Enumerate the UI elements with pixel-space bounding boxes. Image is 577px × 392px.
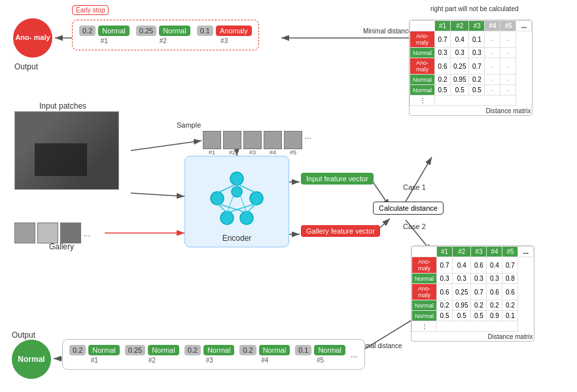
gallery-patch-2 [37, 223, 58, 243]
distance-matrix-bottom: #1 #2 #3 #4 #5 ... Ano-maly 0.70.40.6 0.… [411, 245, 534, 342]
gallery-patch-3 [60, 223, 81, 243]
row-label-2: Normal [410, 48, 435, 58]
anomaly-circle-text: Ano- maly [15, 33, 50, 42]
header-4: #4 [485, 21, 500, 31]
gallery-label: Gallery [49, 242, 74, 251]
input-image [14, 111, 119, 190]
sample-label: Sample [177, 121, 201, 129]
b-seq-item-1: 0.2 Normal #1 [69, 345, 120, 364]
distance-matrix-bottom-label: Distance matrix [411, 332, 534, 341]
minimal-distance-label-top: Minimal distance [363, 27, 411, 35]
normal-circle-text: Normal [18, 355, 44, 364]
gallery-patches: ... [14, 223, 90, 243]
b-seq-item-2: 0.25 Normal #2 [125, 345, 179, 364]
b-num-4: #4 [261, 357, 268, 364]
gallery-dots: ... [83, 228, 90, 238]
b-matrix-row-2: Normal 0.30.30.3 0.30.8 [412, 274, 534, 284]
gallery-feature-vector-label: Gallery feature vector [301, 225, 380, 237]
b-row-label-2: Normal [412, 274, 437, 284]
matrix-row-2: Normal 0.30.30.3 -- [410, 48, 532, 58]
val-3: 0.1 [197, 26, 213, 36]
bottom-seq-dots: ... [351, 349, 358, 359]
sample-num-3: #3 [249, 149, 256, 156]
matrix-dots-row: ⋮ [410, 96, 532, 106]
svg-line-15 [131, 141, 201, 151]
encoder-network [184, 156, 289, 241]
dark-rect [35, 143, 87, 176]
b-num-1: #1 [91, 357, 98, 364]
matrix-row-4: Normal 0.20.950.2 -- [410, 75, 532, 85]
b-num-3: #3 [205, 357, 213, 364]
b-num-2: #2 [149, 357, 156, 364]
header-2: #2 [451, 21, 469, 31]
b-header-dots: ... [518, 247, 534, 257]
b-seq-item-5: 0.1 Normal #5 [295, 345, 345, 364]
seq-item-1: 0.2 Normal #1 [79, 26, 130, 45]
svg-point-22 [240, 211, 253, 224]
right-will-not-label: right part will not be calculated [430, 5, 519, 12]
seq-item-3: 0.1 Anomaly #3 [197, 26, 252, 45]
main-diagram: Early stop right part will not be calcul… [0, 0, 577, 392]
case2-label: Case 2 [403, 223, 426, 230]
label-3: Anomaly [216, 26, 252, 36]
matrix-top-table: #1 #2 #3 #4 #5 ... Ano-maly 0.70.40.1 --… [410, 20, 532, 106]
gallery-patch-1 [14, 223, 35, 243]
svg-line-13 [406, 157, 432, 202]
normal-output-circle: Normal [12, 340, 51, 379]
distance-matrix-top: #1 #2 #3 #4 #5 ... Ano-maly 0.70.40.1 --… [409, 20, 533, 116]
sample-num-1: #1 [209, 149, 215, 156]
matrix-row-1: Ano-maly 0.70.40.1 -- [410, 31, 532, 48]
b-matrix-row-3: Ano-maly 0.60.250.7 0.60.6 [412, 284, 534, 300]
b-val-3: 0.2 [184, 345, 201, 355]
b-seq-item-4: 0.2 Normal #4 [239, 345, 290, 364]
b-val-4: 0.2 [239, 345, 256, 355]
anomaly-output-circle: Ano- maly [13, 18, 52, 58]
b-label-5: Normal [314, 345, 345, 355]
val-1: 0.2 [79, 26, 96, 36]
header-dots: ... [516, 21, 532, 31]
svg-point-21 [220, 211, 234, 224]
b-header-5: #5 [502, 247, 518, 257]
b-matrix-dots-row: ⋮ [412, 321, 534, 332]
sample-patch-1 [203, 131, 221, 149]
matrix-row-5: Normal 0.50.50.5 -- [410, 85, 532, 96]
b-row-label-3: Ano-maly [412, 284, 437, 300]
sample-patches: #1 #2 #3 #4 #5 ... [203, 131, 311, 156]
row-label-5: Normal [410, 85, 435, 96]
sample-patch-4 [264, 131, 282, 149]
b-header-2: #2 [453, 247, 471, 257]
bottom-sequence-box: 0.2 Normal #1 0.25 Normal #2 0.2 Normal … [62, 339, 365, 370]
svg-point-20 [250, 192, 263, 205]
b-val-2: 0.25 [125, 345, 145, 355]
val-2: 0.25 [136, 26, 156, 36]
num-1: #1 [101, 37, 108, 45]
num-3: #3 [220, 37, 228, 45]
b-header-4: #4 [487, 247, 502, 257]
svg-line-5 [131, 193, 184, 196]
b-label-4: Normal [259, 345, 290, 355]
output-top-label: Output [14, 62, 38, 71]
header-1: #1 [435, 21, 451, 31]
input-feature-vector-label: Input feature vector [301, 173, 374, 185]
num-2: #2 [160, 37, 167, 45]
input-patches-label: Input patches [39, 101, 86, 111]
row-label-3: Ano-maly [410, 58, 435, 75]
b-val-1: 0.2 [69, 345, 86, 355]
b-label-3: Normal [203, 345, 234, 355]
b-label-2: Normal [148, 345, 179, 355]
b-header-1: #1 [437, 247, 453, 257]
label-2: Normal [159, 26, 190, 36]
seq-item-2: 0.25 Normal #2 [136, 26, 190, 45]
sample-num-4: #4 [270, 149, 276, 156]
sample-num-2: #2 [229, 149, 236, 156]
case1-label: Case 1 [403, 183, 426, 191]
b-num-5: #5 [317, 357, 324, 364]
b-row-label-5: Normal [412, 311, 437, 321]
top-sequence-box: 0.2 Normal #1 0.25 Normal #2 0.1 Anomaly… [72, 20, 259, 50]
early-stop-label: Early stop [72, 5, 109, 15]
b-seq-item-3: 0.2 Normal #3 [184, 345, 235, 364]
b-header-3: #3 [471, 247, 487, 257]
label-1: Normal [98, 26, 129, 36]
b-val-5: 0.1 [295, 345, 311, 355]
row-label-1: Ano-maly [410, 31, 435, 48]
